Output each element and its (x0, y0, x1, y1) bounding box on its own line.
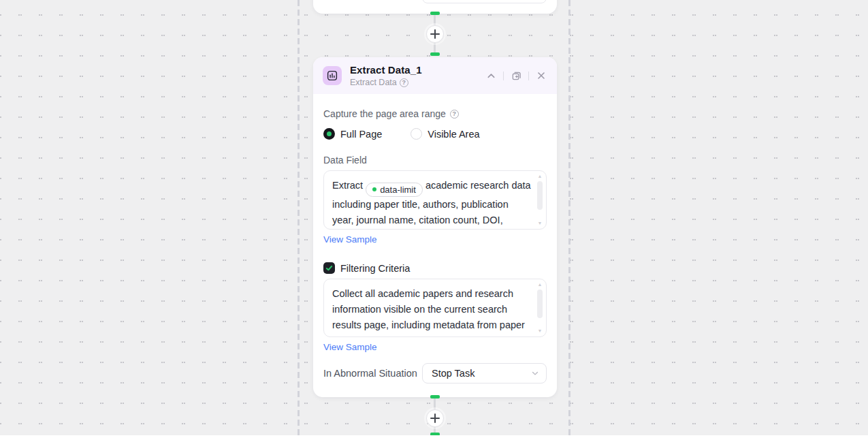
scroll-up-icon[interactable]: ▲ (538, 282, 543, 287)
variable-dot-icon (372, 187, 376, 191)
textarea-scrollbar[interactable]: ▲ ▼ (536, 282, 544, 334)
help-icon[interactable]: ? (450, 110, 459, 119)
filtering-criteria-toggle[interactable]: Filtering Criteria (323, 262, 547, 274)
filtering-criteria-text: Collect all academic papers and research… (332, 288, 525, 330)
abnormal-situation-select[interactable]: Stop Task (422, 363, 547, 384)
variable-tag-pill[interactable]: data-limit (366, 183, 423, 197)
bar-chart-icon (323, 66, 342, 85)
extract-data-node-card: Extract Data_1 Extract Data ? (313, 57, 557, 397)
connection-port (430, 12, 440, 15)
scroll-down-icon[interactable]: ▼ (538, 221, 543, 226)
add-node-button[interactable] (426, 409, 444, 427)
checkbox-checked-icon[interactable] (323, 262, 335, 274)
radio-visible-area-label: Visible Area (428, 129, 479, 140)
node-header: Extract Data_1 Extract Data ? (313, 57, 557, 94)
variable-tag-label: data-limit (380, 182, 416, 198)
abnormal-situation-value: Stop Task (432, 368, 531, 379)
duplicate-node-button[interactable] (510, 69, 522, 82)
help-icon[interactable]: ? (400, 78, 408, 87)
header-divider (503, 72, 504, 80)
scroll-down-icon[interactable]: ▼ (538, 328, 543, 334)
radio-full-page-label: Full Page (340, 129, 382, 140)
filtering-criteria-label: Filtering Criteria (340, 263, 410, 274)
workflow-canvas[interactable]: Extract Data_1 Extract Data ? (0, 0, 868, 438)
connection-port (430, 52, 440, 56)
radio-visible-area[interactable]: Visible Area (411, 128, 479, 140)
view-sample-link[interactable]: View Sample (323, 342, 377, 352)
view-sample-link[interactable]: View Sample (323, 234, 377, 245)
textarea-scrollbar[interactable]: ▲ ▼ (536, 174, 544, 226)
node-subtitle: Extract Data (350, 78, 397, 87)
chevron-down-icon (531, 369, 539, 377)
abnormal-situation-label: In Abnormal Situation (323, 368, 417, 379)
canvas-guide-line-right (568, 0, 570, 438)
node-title: Extract Data_1 (350, 64, 422, 76)
data-field-text-before: Extract (332, 180, 363, 191)
filtering-criteria-textarea[interactable]: Collect all academic papers and research… (323, 279, 547, 337)
add-node-button[interactable] (426, 25, 444, 43)
canvas-guide-line-left (298, 0, 300, 438)
scrollbar-thumb[interactable] (537, 290, 543, 318)
data-field-label: Data Field (323, 155, 367, 166)
radio-selected-icon[interactable] (323, 128, 335, 140)
data-field-textarea[interactable]: Extractdata-limitacademic research data … (323, 170, 547, 230)
radio-unselected-icon[interactable] (411, 128, 422, 140)
collapse-node-button[interactable] (485, 69, 497, 82)
scrollbar-thumb[interactable] (537, 181, 543, 210)
canvas-bottom-strip (0, 435, 868, 438)
radio-full-page[interactable]: Full Page (323, 128, 382, 140)
header-divider (528, 72, 529, 80)
scroll-up-icon[interactable]: ▲ (538, 174, 543, 179)
capture-area-radio-group: Full Page Visible Area (323, 128, 547, 140)
capture-area-label: Capture the page area range (323, 108, 446, 119)
previous-node-select-partial[interactable] (422, 0, 547, 3)
connection-port (430, 395, 440, 398)
close-node-button[interactable] (535, 69, 547, 82)
